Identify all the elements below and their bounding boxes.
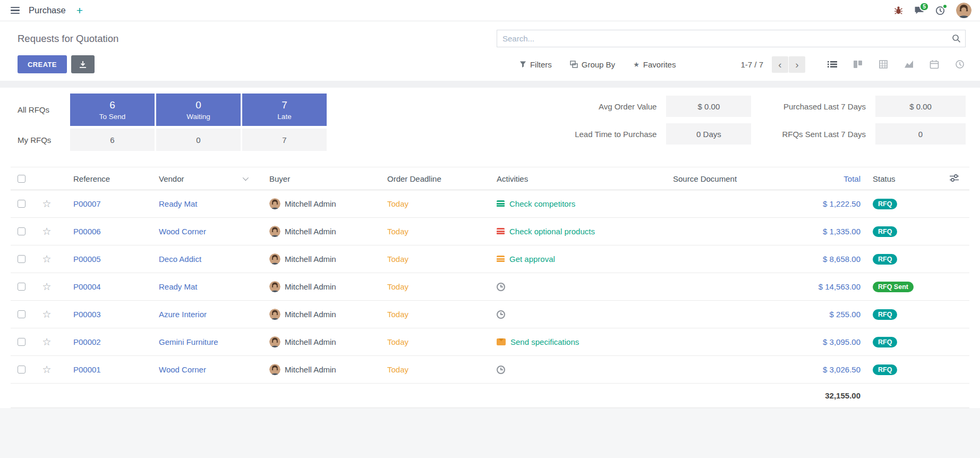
export-button[interactable]	[71, 55, 95, 73]
footer-total-sum: 32,155.00	[795, 391, 867, 400]
total-amount: $ 14,563.00	[795, 282, 867, 291]
calendar-view-icon[interactable]	[928, 58, 940, 70]
reference-link[interactable]: P00003	[73, 310, 101, 319]
list-view-icon[interactable]	[826, 58, 838, 70]
select-all-checkbox[interactable]	[18, 175, 25, 183]
row-checkbox[interactable]	[18, 338, 25, 346]
activity-label[interactable]: Send specifications	[510, 337, 579, 346]
table-row[interactable]: ☆ P00001 Wood Corner Mitchell Admin Toda…	[11, 356, 969, 384]
card-waiting[interactable]: 0 Waiting	[156, 94, 241, 126]
activity-label[interactable]: Check competitors	[509, 199, 575, 208]
my-waiting-count[interactable]: 0	[156, 129, 241, 151]
favorite-star-icon[interactable]: ☆	[42, 282, 51, 292]
create-button[interactable]: CREATE	[18, 55, 67, 73]
search-input[interactable]	[497, 30, 966, 47]
stat-value-rfqs-sent-last-7-days[interactable]: 0	[875, 123, 966, 145]
table-row[interactable]: ☆ P00002 Gemini Furniture Mitchell Admin…	[11, 328, 969, 356]
reference-link[interactable]: P00006	[73, 227, 101, 236]
pager-next-button[interactable]: ›	[789, 56, 805, 73]
column-header-reference[interactable]: Reference	[59, 174, 159, 183]
table-row[interactable]: ☆ P00005 Deco Addict Mitchell Admin Toda…	[11, 245, 969, 273]
group-by-button[interactable]: Group By	[569, 58, 616, 71]
debug-bug-icon[interactable]	[894, 6, 903, 15]
my-late-count[interactable]: 7	[242, 129, 327, 151]
column-header-total[interactable]: Total	[795, 174, 867, 183]
my-to-send-count[interactable]: 6	[70, 129, 155, 151]
activity-list-icon[interactable]	[497, 256, 505, 262]
activity-list-icon[interactable]	[497, 200, 505, 207]
stat-value-avg-order-value[interactable]: $ 0.00	[666, 96, 751, 117]
favorite-star-icon[interactable]: ☆	[42, 309, 51, 319]
clock-icon[interactable]	[497, 283, 505, 291]
purchase-dashboard: All RFQs 6 To Send 0 Waiting 7 Late My R…	[0, 88, 980, 162]
chevron-down-icon[interactable]	[243, 175, 249, 181]
my-rfqs-filter[interactable]: My RFQs	[18, 129, 69, 151]
app-name-menu[interactable]: Purchase	[29, 5, 66, 15]
buyer-name: Mitchell Admin	[285, 255, 336, 264]
clock-icon[interactable]	[497, 310, 505, 319]
kanban-view-icon[interactable]	[852, 58, 864, 70]
activity-view-icon[interactable]	[954, 58, 966, 70]
row-checkbox[interactable]	[18, 227, 25, 235]
row-checkbox[interactable]	[18, 366, 25, 374]
stat-value-purchased-last-7-days[interactable]: $ 0.00	[875, 96, 966, 117]
row-checkbox[interactable]	[18, 310, 25, 318]
row-checkbox[interactable]	[18, 283, 25, 291]
reference-link[interactable]: P00001	[73, 365, 101, 374]
column-header-buyer[interactable]: Buyer	[269, 174, 387, 183]
total-amount: $ 1,222.50	[795, 199, 867, 208]
activities-clock-icon[interactable]	[935, 6, 945, 15]
buyer-avatar	[269, 253, 280, 265]
table-row[interactable]: ☆ P00003 Azure Interior Mitchell Admin T…	[11, 301, 969, 328]
column-header-activities[interactable]: Activities	[497, 174, 673, 183]
row-checkbox[interactable]	[18, 200, 25, 208]
table-row[interactable]: ☆ P00007 Ready Mat Mitchell Admin Today …	[11, 190, 969, 218]
column-header-status[interactable]: Status	[867, 174, 939, 183]
reference-link[interactable]: P00004	[73, 282, 101, 291]
activity-label[interactable]: Check optional products	[509, 227, 595, 236]
reference-link[interactable]: P00005	[73, 255, 101, 264]
clock-icon[interactable]	[497, 366, 505, 374]
messages-icon[interactable]: 5	[914, 6, 924, 15]
favorite-star-icon[interactable]: ☆	[42, 337, 51, 347]
activity-list-icon[interactable]	[497, 228, 505, 235]
pivot-view-icon[interactable]	[877, 58, 889, 70]
stat-label-purchased-last-7-days: Purchased Last 7 Days	[782, 102, 866, 111]
total-amount: $ 3,026.50	[795, 365, 867, 374]
column-header-source-document[interactable]: Source Document	[673, 174, 795, 183]
search-icon[interactable]	[952, 34, 961, 45]
apps-menu-icon[interactable]	[8, 5, 22, 16]
column-header-vendor[interactable]: Vendor	[159, 174, 269, 183]
user-avatar[interactable]	[956, 3, 972, 18]
email-icon[interactable]	[497, 338, 506, 345]
table-row[interactable]: ☆ P00006 Wood Corner Mitchell Admin Toda…	[11, 218, 969, 245]
activity-label[interactable]: Get approval	[509, 255, 555, 264]
section-divider	[0, 81, 980, 88]
optional-columns-icon[interactable]	[950, 174, 959, 184]
card-to-send[interactable]: 6 To Send	[70, 94, 155, 126]
favorite-star-icon[interactable]: ☆	[42, 226, 51, 236]
pager-previous-button[interactable]: ‹	[772, 56, 788, 73]
stat-value-lead-time[interactable]: 0 Days	[666, 123, 751, 145]
card-late[interactable]: 7 Late	[242, 94, 327, 126]
buyer-avatar	[269, 336, 280, 347]
new-window-button[interactable]: +	[76, 5, 83, 16]
row-checkbox[interactable]	[18, 255, 25, 263]
order-deadline: Today	[387, 337, 497, 346]
rfq-list-view: Reference Vendor Buyer Order Deadline Ac…	[0, 162, 980, 408]
column-header-order-deadline[interactable]: Order Deadline	[387, 174, 497, 183]
order-deadline: Today	[387, 282, 497, 291]
table-row[interactable]: ☆ P00004 Ready Mat Mitchell Admin Today …	[11, 273, 969, 301]
reference-link[interactable]: P00002	[73, 337, 101, 346]
favorite-star-icon[interactable]: ☆	[42, 364, 51, 375]
buyer-name: Mitchell Admin	[285, 337, 336, 346]
favorites-button[interactable]: ★ Favorites	[632, 58, 677, 71]
all-rfqs-filter[interactable]: All RFQs	[18, 94, 69, 126]
order-deadline: Today	[387, 255, 497, 264]
graph-view-icon[interactable]	[903, 58, 915, 70]
filters-button[interactable]: Filters	[518, 58, 553, 71]
favorite-star-icon[interactable]: ☆	[42, 254, 51, 264]
favorite-star-icon[interactable]: ☆	[42, 199, 51, 209]
order-deadline: Today	[387, 310, 497, 319]
reference-link[interactable]: P00007	[73, 199, 101, 208]
